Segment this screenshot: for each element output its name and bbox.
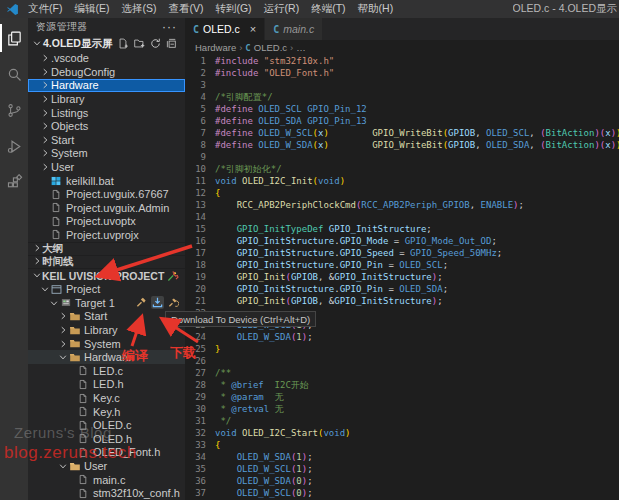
- code-line: 26: [185, 355, 619, 367]
- breadcrumb[interactable]: Hardware›COLED.c›…: [185, 40, 619, 55]
- collapse-all-icon[interactable]: [166, 38, 177, 49]
- keil-item-start[interactable]: Start: [28, 310, 185, 324]
- code-editor[interactable]: 1#include "stm32f10x.h"2#include "OLED_F…: [185, 55, 619, 500]
- rebuild-icon[interactable]: [167, 296, 180, 309]
- menu-item-t[interactable]: 终端(T): [305, 2, 351, 16]
- keil-item-led-c[interactable]: LED.c: [28, 364, 185, 378]
- breadcrumb-item-[interactable]: …: [296, 42, 306, 53]
- line-number: 16: [185, 235, 215, 247]
- keil-item-library[interactable]: Library: [28, 323, 185, 337]
- close-icon[interactable]: ×: [250, 23, 256, 35]
- tab-label: main.c: [283, 23, 314, 35]
- code-line: 4/*引脚配置*/: [185, 91, 619, 103]
- token-var: GPIO_InitStructure: [237, 248, 335, 258]
- code-line: 13 RCC_APB2PeriphClockCmd(RCC_APB2Periph…: [185, 199, 619, 211]
- explorer-root-section[interactable]: 4.OLED显示屏: [28, 36, 185, 52]
- token-var: GPIO_Speed: [340, 248, 394, 258]
- search-icon[interactable]: [0, 56, 28, 92]
- keil-tools-icon[interactable]: [166, 270, 185, 282]
- line-number: 36: [185, 475, 215, 487]
- explorer-item-listings[interactable]: Listings: [28, 106, 185, 120]
- project-icon: [51, 284, 64, 295]
- new-file-icon[interactable]: [118, 38, 129, 49]
- explorer-item-vscode[interactable]: .vscode: [28, 51, 185, 65]
- sidebar-section-[interactable]: 时间线: [28, 255, 185, 268]
- explorer-item-project-uvguix-67667[interactable]: Project.uvguix.67667: [28, 187, 185, 201]
- refresh-icon[interactable]: [150, 38, 161, 49]
- file-icon: [51, 229, 64, 240]
- token-mac: OLED_SCL: [486, 128, 529, 138]
- tree-item-label: LED.h: [93, 378, 124, 390]
- keil-item-main-c[interactable]: main.c: [28, 473, 185, 487]
- tab-main-c[interactable]: Cmain.c: [265, 18, 323, 40]
- breadcrumb-item-hardware[interactable]: Hardware: [195, 42, 236, 53]
- token-pp: #define: [215, 140, 253, 150]
- download-icon[interactable]: [151, 296, 164, 309]
- token-cmt: /*引脚配置*/: [215, 92, 273, 102]
- menu-item-v[interactable]: 查看(V): [162, 2, 209, 16]
- keil-item-stm32f10x-conf-h[interactable]: stm32f10x_conf.h: [28, 486, 185, 500]
- menu-item-h[interactable]: 帮助(H): [352, 2, 400, 16]
- tree-item-label: System: [84, 338, 121, 350]
- token-var: GPIO_InitStructure: [334, 296, 432, 306]
- token-txt: ,: [475, 128, 486, 138]
- build-icon[interactable]: [135, 296, 148, 309]
- explorer-item-objects[interactable]: Objects: [28, 119, 185, 133]
- explorer-item-system[interactable]: System: [28, 147, 185, 161]
- line-number: 12: [185, 187, 215, 199]
- folder-icon: [69, 325, 82, 336]
- explorer-item-user[interactable]: User: [28, 160, 185, 174]
- keil-item-led-h[interactable]: LED.h: [28, 378, 185, 392]
- token-var: GPIOB: [448, 140, 475, 150]
- explorer-item-debugconfig[interactable]: DebugConfig: [28, 65, 185, 79]
- source-control-icon[interactable]: [0, 92, 28, 128]
- code-line: 3: [185, 79, 619, 91]
- token-cmt: */: [215, 416, 231, 426]
- keil-item-project[interactable]: Project: [28, 283, 185, 297]
- sidebar-section-[interactable]: 大纲: [28, 242, 185, 255]
- line-number: 9: [185, 151, 215, 163]
- keil-item-key-h[interactable]: Key.h: [28, 405, 185, 419]
- menu-item-f[interactable]: 文件(F): [22, 2, 68, 16]
- explorer-item-project-uvprojx[interactable]: Project.uvprojx: [28, 228, 185, 242]
- token-txt: [215, 248, 237, 258]
- explorer-item-keilkill-bat[interactable]: keilkill.bat: [28, 174, 185, 188]
- code-line: 15 GPIO_InitTypeDef GPIO_InitStructure;: [185, 223, 619, 235]
- token-cmt: *: [215, 380, 231, 390]
- section-label: 大纲: [42, 242, 63, 256]
- explorer-item-project-uvguix-admin[interactable]: Project.uvguix.Admin: [28, 201, 185, 215]
- code-line-content: #define OLED_W_SCL(x) GPIO_WriteBit(GPIO…: [215, 127, 619, 139]
- tab-oled-c[interactable]: COLED.c×: [185, 18, 265, 40]
- explorer-item-library[interactable]: Library: [28, 92, 185, 106]
- token-fn: RCC_APB2PeriphClockCmd: [237, 200, 356, 210]
- explorer-item-hardware[interactable]: Hardware: [28, 79, 185, 93]
- explorer-item-project-uvoptx[interactable]: Project.uvoptx: [28, 215, 185, 229]
- keil-uvision-section-header[interactable]: KEIL UVISION PROJECT: [28, 268, 185, 283]
- sidebar-sections: 大纲时间线: [28, 242, 185, 268]
- watermark-blog-name: Zeruns's Blog: [14, 424, 112, 441]
- target-icon: [60, 297, 73, 308]
- keil-item-key-c[interactable]: Key.c: [28, 391, 185, 405]
- keil-item-target-1[interactable]: Target 1: [28, 296, 185, 310]
- extensions-icon[interactable]: [0, 164, 28, 200]
- tree-item-label: main.c: [93, 474, 125, 486]
- file-icon: [51, 189, 64, 200]
- keil-item-hardware[interactable]: Hardware: [28, 350, 185, 364]
- more-actions-icon[interactable]: ···: [162, 20, 177, 34]
- file-icon: [78, 488, 91, 499]
- token-pp: #define: [215, 104, 253, 114]
- c-file-icon: C: [245, 43, 250, 53]
- new-folder-icon[interactable]: [134, 38, 145, 49]
- run-debug-icon[interactable]: [0, 128, 28, 164]
- explorer-item-start[interactable]: Start: [28, 133, 185, 147]
- breadcrumb-item-oled-c[interactable]: OLED.c: [254, 42, 287, 53]
- menu-item-g[interactable]: 转到(G): [209, 2, 257, 16]
- token-b1: ): [340, 176, 345, 186]
- menu-item-r[interactable]: 运行(R): [258, 2, 306, 16]
- window-title: OLED.c - 4.OLED显示: [513, 2, 619, 16]
- explorer-icon[interactable]: [0, 20, 28, 56]
- menu-item-s[interactable]: 选择(S): [115, 2, 162, 16]
- menu-item-e[interactable]: 编辑(E): [68, 2, 115, 16]
- keil-item-system[interactable]: System: [28, 337, 185, 351]
- token-var: GPIOB: [448, 128, 475, 138]
